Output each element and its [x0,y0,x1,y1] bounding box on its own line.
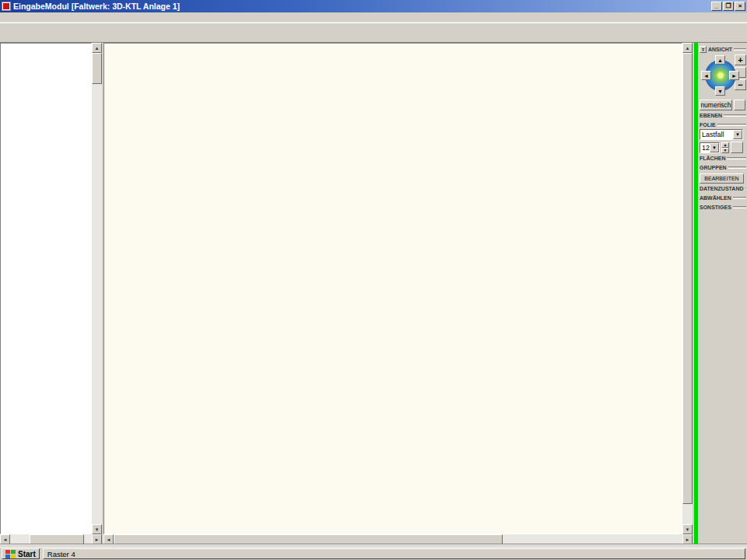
rotate-left-button[interactable]: ◄ [701,71,711,80]
toolbar [0,23,747,43]
section-abwaehlen-label: ABWÄHLEN [700,195,731,201]
section-sonstiges-label: SONSTIGES [700,205,731,210]
rotate-right-button[interactable]: ► [729,71,739,80]
scroll-up-icon[interactable]: ▲ [92,43,102,53]
project-tree [0,43,92,534]
scroll-down-icon[interactable]: ▼ [682,524,693,534]
rotate-up-button[interactable]: ▲ [715,55,725,65]
3d-view[interactable] [104,44,682,534]
save-view-icon[interactable] [734,100,745,110]
control-sidebar: Ŧ ANSICHT ▲ ◄ ► ▼ + − numerisch EBENEN F… [698,43,747,544]
section-folie-label: FOLIE [700,122,716,128]
windows-logo-icon [5,550,16,558]
folie-zoom-button[interactable] [731,142,743,153]
section-ansicht-label: ANSICHT [708,47,732,52]
section-flaechen-label: FLÄCHEN [700,156,725,161]
maximize-button[interactable]: ❐ [723,2,734,11]
close-button[interactable]: × [735,2,745,11]
view-rotation-control: ▲ ◄ ► ▼ [700,54,737,98]
app-icon [2,2,11,11]
3d-canvas[interactable] [103,43,682,534]
scroll-up-icon[interactable]: ▲ [682,43,693,53]
tree-vertical-scrollbar[interactable]: ▲ ▼ [92,43,102,534]
section-datenzustand-label: DATENZUSTAND [700,186,744,191]
menu-bar [0,12,747,23]
spin-down-icon[interactable]: ▼ [721,148,729,153]
rotate-down-button[interactable]: ▼ [715,86,725,96]
folie-type-select[interactable]: Lastfall ▼ [700,129,743,140]
bearbeiten-button[interactable]: BEARBEITEN [700,173,744,184]
spin-up-icon[interactable]: ▲ [721,142,729,148]
chevron-down-icon[interactable]: ▼ [710,143,719,152]
section-ebenen-label: EBENEN [700,113,722,118]
taskbar: Start Raster 4 [0,547,747,560]
chevron-down-icon[interactable]: ▼ [733,130,742,139]
scroll-thumb[interactable] [682,53,693,504]
scroll-thumb[interactable] [92,53,102,84]
start-button[interactable]: Start [2,548,40,559]
minimize-button[interactable]: _ [711,2,722,11]
pin-button[interactable]: Ŧ [700,46,707,53]
numerisch-button[interactable]: numerisch [700,100,732,110]
canvas-vertical-scrollbar[interactable]: ▲ ▼ [682,43,693,534]
scroll-down-icon[interactable]: ▼ [92,524,102,534]
title-bar: EingabeModul [Faltwerk: 3D-KTL Anlage 1]… [0,0,747,12]
folie-spinner[interactable]: ▲ ▼ [721,142,729,153]
folie-number-select[interactable]: 12 ▼ [700,142,720,153]
section-gruppen-label: GRUPPEN [700,165,727,170]
taskbar-item[interactable]: Raster 4 [43,548,745,559]
window-title: EingabeModul [Faltwerk: 3D-KTL Anlage 1] [13,2,711,11]
